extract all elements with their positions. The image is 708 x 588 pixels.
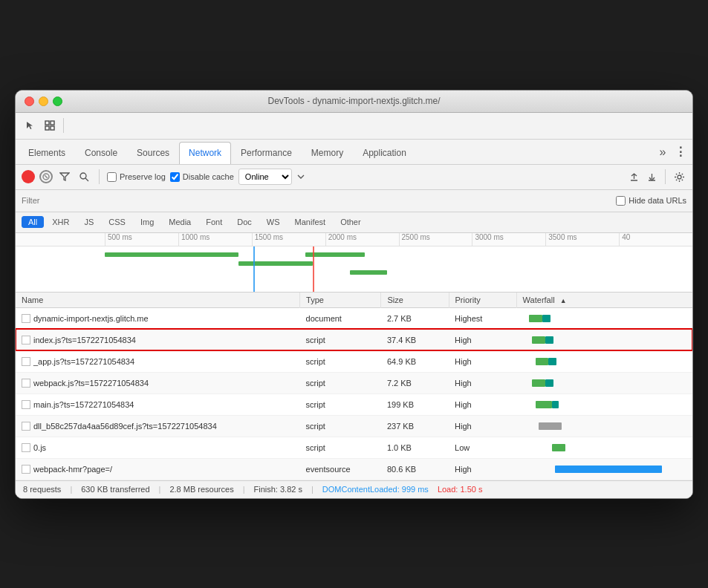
stop-button[interactable] [39, 170, 53, 183]
cell-type: script [300, 329, 381, 350]
waterfall-bar-container [522, 333, 686, 347]
type-btn-ws[interactable]: WS [260, 216, 287, 228]
hide-data-urls-checkbox[interactable] [616, 196, 626, 206]
cell-type: document [300, 307, 381, 329]
record-button[interactable] [22, 170, 35, 183]
preserve-log-checkbox[interactable] [107, 172, 117, 182]
close-button[interactable] [25, 97, 34, 106]
cell-waterfall [516, 415, 692, 437]
table-row[interactable]: 0.js script 1.0 KB Low [16, 437, 692, 458]
tl-bar-1 [105, 252, 238, 257]
status-dom-loaded: DOMContentLoaded: 999 ms [322, 485, 429, 494]
timeline-ruler: 500 ms 1000 ms 1500 ms 2000 ms 2500 ms 3… [16, 233, 692, 246]
type-btn-other[interactable]: Other [334, 216, 368, 228]
throttle-select[interactable]: Online Fast 3G Slow 3G Offline [238, 169, 292, 185]
tab-memory[interactable]: Memory [302, 142, 353, 164]
svg-rect-3 [51, 126, 54, 130]
tab-console[interactable]: Console [75, 142, 127, 164]
maximize-button[interactable] [53, 97, 62, 106]
status-bar: 8 requests | 630 KB transferred | 2.8 MB… [16, 480, 692, 498]
type-btn-doc[interactable]: Doc [230, 216, 259, 228]
cell-name: 0.js [16, 437, 300, 458]
tab-elements[interactable]: Elements [19, 142, 75, 164]
settings-icon[interactable] [672, 169, 686, 184]
type-btn-img[interactable]: Img [134, 216, 160, 228]
upload-icon[interactable] [626, 169, 641, 184]
table-row[interactable]: webpack-hmr?page=/ eventsource 80.6 KB H… [16, 458, 692, 480]
type-btn-media[interactable]: Media [162, 216, 198, 228]
titlebar: DevTools - dynamic-import-nextjs.glitch.… [16, 91, 692, 113]
col-header-waterfall[interactable]: Waterfall ▲ [516, 293, 692, 308]
type-btn-js[interactable]: JS [77, 216, 100, 228]
col-header-priority[interactable]: Priority [449, 293, 516, 308]
tab-application[interactable]: Application [353, 142, 416, 164]
devtools-panel: Elements Console Sources Network Perform… [16, 113, 692, 498]
waterfall-bar-teal [542, 315, 551, 322]
cell-waterfall [516, 329, 692, 350]
cell-name: main.js?ts=1572271054834 [16, 393, 300, 415]
col-header-size[interactable]: Size [381, 293, 449, 308]
filter-icon[interactable] [57, 169, 72, 184]
filter-input[interactable] [22, 196, 96, 205]
table-row[interactable]: _app.js?ts=1572271054834 script 64.9 KB … [16, 350, 692, 372]
table-row[interactable]: main.js?ts=1572271054834 script 199 KB H… [16, 393, 692, 415]
type-btn-font[interactable]: Font [199, 216, 229, 228]
download-icon[interactable] [644, 169, 659, 184]
cell-priority: High [449, 458, 516, 480]
cell-name: dll_b58c257da4aa56d89cef.js?ts=157227105… [16, 415, 300, 437]
cell-type: script [300, 393, 381, 415]
cell-size: 7.2 KB [381, 372, 449, 393]
tab-sources[interactable]: Sources [127, 142, 179, 164]
more-options-icon[interactable]: ⋮ [672, 143, 689, 161]
inspect-icon[interactable] [41, 117, 59, 134]
search-icon[interactable] [77, 169, 91, 184]
cell-size: 199 KB [381, 393, 449, 415]
load-line [313, 246, 314, 293]
type-btn-all[interactable]: All [22, 216, 44, 228]
hide-data-urls-label[interactable]: Hide data URLs [616, 196, 686, 206]
file-icon [22, 465, 30, 474]
svg-rect-2 [45, 126, 49, 130]
tl-bar-3 [305, 252, 365, 257]
table-row-highlighted[interactable]: index.js?ts=1572271054834 script 37.4 KB… [16, 329, 692, 350]
network-table-container: Name Type Size Priority Waterfall ▲ dyna [16, 293, 692, 480]
file-icon [22, 379, 30, 388]
status-resources: 2.8 MB resources [169, 485, 233, 494]
cursor-icon[interactable] [22, 117, 39, 134]
devtools-toolbar [16, 113, 692, 140]
col-header-type[interactable]: Type [300, 293, 381, 308]
cell-priority: High [449, 415, 516, 437]
type-btn-xhr[interactable]: XHR [45, 216, 76, 228]
waterfall-bar-container [522, 397, 686, 412]
disable-cache-label[interactable]: Disable cache [170, 172, 234, 182]
tab-network[interactable]: Network [179, 142, 231, 164]
ruler-tick-40: 40 [619, 233, 692, 246]
tab-performance[interactable]: Performance [231, 142, 302, 164]
minimize-button[interactable] [39, 97, 48, 106]
type-btn-manifest[interactable]: Manifest [288, 216, 333, 228]
preserve-log-label[interactable]: Preserve log [107, 172, 166, 182]
waterfall-bar-green [532, 379, 545, 387]
network-toolbar: Preserve log Disable cache Online Fast 3… [16, 165, 692, 190]
cell-priority: High [449, 393, 516, 415]
table-row[interactable]: dynamic-import-nextjs.glitch.me document… [16, 307, 692, 329]
table-row[interactable]: webpack.js?ts=1572271054834 script 7.2 K… [16, 372, 692, 393]
toolbar-right [626, 169, 686, 184]
cell-priority: Highest [449, 307, 516, 329]
type-filters: All XHR JS CSS Img Media Font Doc WS Man… [16, 212, 692, 233]
type-btn-css[interactable]: CSS [102, 216, 132, 228]
ruler-tick-2500: 2500 ms [399, 233, 472, 246]
waterfall-bar-container [522, 462, 686, 477]
col-header-name[interactable]: Name [16, 293, 300, 308]
throttle-arrow-icon [296, 172, 305, 181]
table-row[interactable]: dll_b58c257da4aa56d89cef.js?ts=157227105… [16, 415, 692, 437]
dom-content-loaded-line [253, 246, 255, 293]
waterfall-bar-blue [555, 466, 662, 473]
file-icon [22, 422, 30, 431]
cell-type: script [300, 437, 381, 458]
more-tabs-icon[interactable]: » [654, 143, 672, 161]
waterfall-bar-teal [548, 358, 556, 365]
disable-cache-checkbox[interactable] [170, 172, 180, 182]
cell-waterfall [516, 372, 692, 393]
waterfall-bar-green [536, 401, 552, 408]
